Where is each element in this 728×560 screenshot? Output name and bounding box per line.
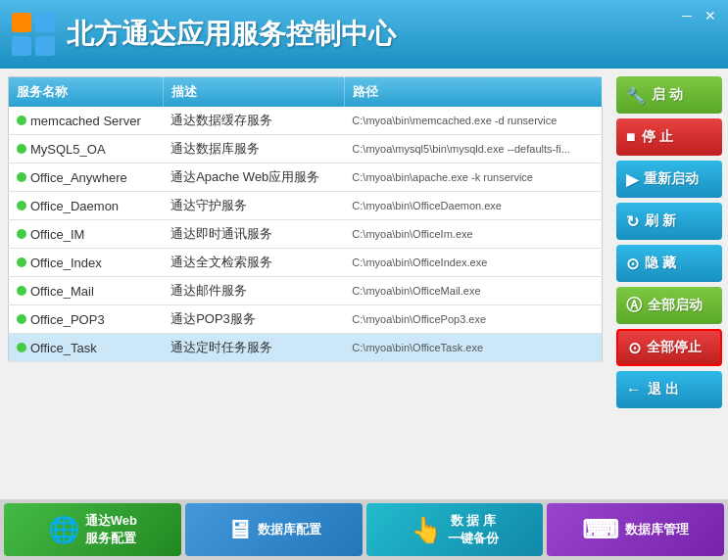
title-left: 北方通达应用服务控制中心	[10, 11, 396, 58]
svg-rect-3	[35, 36, 55, 56]
status-dot	[17, 314, 26, 324]
tile-icon-db-config: 🖥	[226, 515, 252, 545]
svg-rect-0	[12, 13, 31, 32]
table-header: 服务名称 描述 路径	[9, 77, 603, 108]
tile-icon-db-manage: ⌨	[582, 515, 619, 545]
service-desc: 通达守护服务	[163, 192, 344, 220]
service-path: C:\myoa\mysql5\bin\mysqld.exe --defaults…	[344, 135, 602, 163]
service-name-cell: Office_IM	[9, 220, 164, 249]
title-bar: 北方通达应用服务控制中心 ─ ✕	[0, 0, 728, 69]
hide-icon: ⊙	[626, 255, 639, 273]
tile-db-manage[interactable]: ⌨ 数据库管理	[547, 503, 724, 556]
tiles-row-1: 🌐 通达Web服务配置 🖥 数据库配置 👆 数 据 库一键备份 ⌨ 数据库管理	[4, 503, 724, 556]
service-name: Office_POP3	[30, 312, 105, 327]
restart-button[interactable]: ▶ 重新启动	[616, 161, 722, 198]
stop-button[interactable]: ■ 停 止	[616, 118, 722, 156]
table-row[interactable]: Office_Mail 通达邮件服务 C:\myoa\bin\OfficeMai…	[9, 277, 603, 305]
service-name-cell: Office_Daemon	[9, 192, 164, 220]
table-row[interactable]: Office_Daemon 通达守护服务 C:\myoa\bin\OfficeD…	[9, 192, 603, 220]
status-dot	[17, 201, 26, 210]
wrench-icon: 🔧	[626, 86, 646, 105]
status-dot	[17, 257, 26, 267]
service-path: C:\myoa\bin\apache.exe -k runservice	[344, 163, 602, 192]
restart-icon: ▶	[626, 170, 638, 189]
exit-icon: ←	[626, 381, 642, 398]
service-name: Office_Mail	[30, 284, 94, 299]
service-name-cell: MySQL5_OA	[9, 135, 164, 163]
start-all-icon: Ⓐ	[626, 296, 642, 316]
refresh-button[interactable]: ↻ 刷 新	[616, 203, 722, 240]
tile-text-db-backup: 数 据 库一键备份	[448, 512, 499, 547]
service-table-container: 服务名称 描述 路径 memcached Server 通达数据缓存服务 C:\…	[0, 69, 610, 499]
service-name: Office_Anywhere	[30, 170, 127, 185]
table-row[interactable]: Office_Task 通达定时任务服务 C:\myoa\bin\OfficeT…	[9, 334, 603, 362]
stop-all-button[interactable]: ⊙ 全部停止	[616, 329, 722, 366]
status-dot	[17, 286, 26, 296]
start-all-button[interactable]: Ⓐ 全部启动	[616, 287, 722, 324]
hide-button[interactable]: ⊙ 隐 藏	[616, 245, 722, 282]
tile-db-backup[interactable]: 👆 数 据 库一键备份	[366, 503, 544, 556]
table-row[interactable]: memcached Server 通达数据缓存服务 C:\myoa\bin\me…	[9, 107, 603, 135]
refresh-icon: ↻	[626, 212, 639, 231]
status-dot	[17, 229, 26, 239]
col-header-name: 服务名称	[9, 77, 164, 108]
restart-label: 重新启动	[644, 170, 699, 188]
service-path: C:\myoa\bin\OfficeDaemon.exe	[344, 192, 602, 220]
table-row[interactable]: Office_Anywhere 通达Apache Web应用服务 C:\myoa…	[9, 163, 603, 192]
service-table: 服务名称 描述 路径 memcached Server 通达数据缓存服务 C:\…	[8, 76, 603, 362]
service-name: MySQL5_OA	[30, 142, 106, 157]
service-path: C:\myoa\bin\memcached.exe -d runservice	[344, 107, 602, 135]
tiles-area: 🌐 通达Web服务配置 🖥 数据库配置 👆 数 据 库一键备份 ⌨ 数据库管理	[0, 499, 728, 560]
service-desc: 通达POP3服务	[163, 305, 344, 334]
start-button[interactable]: 🔧 启 动	[616, 76, 722, 114]
svg-rect-2	[12, 36, 31, 56]
service-name-cell: Office_Mail	[9, 277, 164, 305]
service-name: Office_Daemon	[30, 199, 119, 213]
service-desc: 通达Apache Web应用服务	[163, 163, 344, 192]
status-dot	[17, 116, 26, 125]
table-row[interactable]: Office_POP3 通达POP3服务 C:\myoa\bin\OfficeP…	[9, 305, 603, 334]
service-desc: 通达数据缓存服务	[163, 107, 344, 135]
service-name-cell: memcached Server	[9, 107, 164, 135]
refresh-label: 刷 新	[645, 212, 676, 230]
status-dot	[17, 343, 26, 352]
service-name: memcached Server	[30, 114, 141, 128]
service-desc: 通达数据库服务	[163, 135, 344, 163]
app-icon	[10, 11, 57, 58]
exit-button[interactable]: ← 退 出	[616, 371, 722, 408]
table-row[interactable]: Office_Index 通达全文检索服务 C:\myoa\bin\Office…	[9, 249, 603, 277]
service-path: C:\myoa\bin\OfficeTask.exe	[344, 334, 602, 362]
close-button[interactable]: ✕	[703, 8, 718, 23]
service-tbody: memcached Server 通达数据缓存服务 C:\myoa\bin\me…	[9, 107, 603, 362]
service-path: C:\myoa\bin\OfficeIm.exe	[344, 220, 602, 249]
service-name: Office_Index	[30, 256, 102, 270]
stop-label: 停 止	[642, 128, 673, 146]
action-panel: 🔧 启 动 ■ 停 止 ▶ 重新启动 ↻ 刷 新 ⊙ 隐 藏 Ⓐ 全部启动 ⊙ …	[610, 69, 728, 499]
tile-text-db-manage: 数据库管理	[625, 521, 689, 538]
col-header-path: 路径	[344, 77, 602, 108]
service-desc: 通达全文检索服务	[163, 249, 344, 277]
tile-icon-db-backup: 👆	[411, 515, 442, 545]
service-desc: 通达定时任务服务	[163, 334, 344, 362]
app-title: 北方通达应用服务控制中心	[67, 16, 396, 53]
stop-all-label: 全部停止	[647, 339, 702, 356]
status-dot	[17, 172, 26, 182]
hide-label: 隐 藏	[645, 255, 676, 272]
service-name: Office_Task	[30, 341, 97, 355]
service-name-cell: Office_Task	[9, 334, 164, 362]
minimize-button[interactable]: ─	[679, 8, 695, 23]
col-header-desc: 描述	[163, 77, 344, 108]
tile-icon-web-config: 🌐	[48, 515, 79, 545]
service-path: C:\myoa\bin\OfficePop3.exe	[344, 305, 602, 334]
table-row[interactable]: MySQL5_OA 通达数据库服务 C:\myoa\mysql5\bin\mys…	[9, 135, 603, 163]
tile-db-config[interactable]: 🖥 数据库配置	[185, 503, 363, 556]
table-row[interactable]: Office_IM 通达即时通讯服务 C:\myoa\bin\OfficeIm.…	[9, 220, 603, 249]
service-path: C:\myoa\bin\OfficeMail.exe	[344, 277, 602, 305]
tile-text-web-config: 通达Web服务配置	[85, 512, 137, 547]
main-content: 服务名称 描述 路径 memcached Server 通达数据缓存服务 C:\…	[0, 69, 728, 499]
service-name: Office_IM	[30, 227, 84, 242]
tile-web-config[interactable]: 🌐 通达Web服务配置	[4, 503, 181, 556]
service-desc: 通达邮件服务	[163, 277, 344, 305]
status-dot	[17, 144, 26, 154]
service-path: C:\myoa\bin\OfficeIndex.exe	[344, 249, 602, 277]
